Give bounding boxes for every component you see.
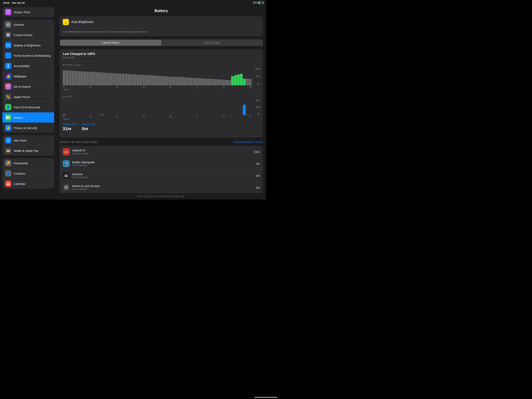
wallet-icon: 💳 [5, 148, 11, 154]
camera-subtext: 1m on screen [72, 176, 253, 179]
battery-bar-59 [237, 74, 240, 85]
battery-bar-6 [80, 71, 83, 85]
content-title: Battery [60, 9, 263, 13]
tab-last-10-days[interactable]: Last 10 Days [161, 40, 262, 45]
sidebar-item-face-id[interactable]: 👤 Face ID & Passcode [2, 102, 54, 112]
battery-bar-41 [184, 77, 187, 85]
battery-bar-55 [225, 80, 228, 85]
battery-bars-wrapper [63, 68, 252, 85]
screen-off-stat: Screen Off 0m [82, 123, 95, 131]
contacts-label: Contacts [14, 172, 25, 175]
screen-on-stat: Screen On 31m [63, 123, 76, 131]
sidebar[interactable]: ⏱ Screen Time ⚙️ General Control [0, 6, 57, 200]
battery-bar-33 [160, 76, 163, 85]
sidebar-item-passwords[interactable]: 🔑 Passwords [2, 158, 54, 168]
activity-bar-13 [101, 114, 104, 115]
battery-bar-57 [231, 76, 234, 85]
battery-bar-31 [154, 76, 157, 85]
battery-y-labels: 100% 50% 0% [253, 68, 260, 85]
auto-brightness-row[interactable]: 💡 Auto-Brightness › [60, 16, 263, 28]
auto-brightness-desc: Auto-Brightness is currently turned off.… [60, 28, 263, 36]
app-usage-item-home-lock[interactable]: Home & Lock Screen 1m on screen 1m [60, 182, 263, 193]
sidebar-group-main: ⚙️ General Control Center AA Display & B… [2, 19, 54, 133]
battery-bar-29 [148, 75, 151, 85]
app-usage-item-rodeo[interactable]: 🦓 Rodeo Stampede 7m on screen 7m [60, 158, 263, 170]
activity-bar-61 [243, 105, 246, 115]
svg-rect-17 [66, 187, 67, 188]
show-battery-usage-btn[interactable]: SHOW BATTERY USAGE [233, 141, 263, 144]
battery-icon [258, 1, 263, 4]
battery-bar-27 [143, 75, 145, 85]
battery-sidebar-icon [5, 114, 11, 121]
battery-bar-46 [199, 78, 201, 85]
battery-bar-14 [104, 73, 107, 85]
sidebar-item-battery[interactable]: Battery [2, 112, 54, 123]
battery-bar-51 [213, 79, 216, 85]
sidebar-group-top: ⏱ Screen Time [2, 7, 54, 17]
sidebar-item-wallpaper[interactable]: 🌟 Wallpaper [2, 71, 54, 81]
sidebar-item-accessibility[interactable]: Accessibility [2, 61, 54, 71]
screen-stats: Screen On 31m Screen Off 0m [63, 123, 260, 131]
battery-bar-37 [172, 77, 175, 85]
display-label: Display & Brightness [14, 44, 40, 47]
battery-bar-40 [181, 77, 184, 85]
tab-last-24-hours[interactable]: Last 24 Hours [60, 40, 161, 45]
battery-bar-53 [219, 79, 222, 85]
screen-on-label: Screen On [63, 123, 76, 126]
sidebar-item-screen-time[interactable]: ⏱ Screen Time [2, 7, 54, 17]
battery-bar-22 [128, 74, 130, 85]
divider-1 [63, 61, 260, 62]
battery-bar-60 [240, 74, 243, 85]
sidebar-item-display[interactable]: AA Display & Brightness [2, 40, 54, 51]
battery-bar-10 [92, 72, 95, 85]
accessibility-label: Accessibility [14, 64, 30, 68]
battery-bar-47 [202, 78, 204, 85]
battery-bar-58 [234, 75, 237, 85]
activity-bar-0 [63, 114, 65, 115]
sidebar-item-wallet[interactable]: 💳 Wallet & Apple Pay [2, 146, 54, 156]
battery-x-sublabel: Jan 24 [63, 89, 260, 91]
control-center-label: Control Center [14, 33, 33, 37]
app-usage-item-camera[interactable]: Camera 1m on screen 1m [60, 170, 263, 182]
app-usage-list: 🏎 Asphalt 8+ 22m on screen 22m 🦓 Rodeo S… [60, 146, 263, 193]
svg-rect-15 [66, 187, 67, 187]
sidebar-item-control-center[interactable]: Control Center [2, 30, 54, 40]
home-lock-info: Home & Lock Screen 1m on screen [72, 184, 253, 191]
sidebar-item-contacts[interactable]: 👤 Contacts [2, 168, 54, 179]
status-time: 18:32 Tue Jan 24 [3, 1, 25, 4]
activity-bars-wrapper [63, 99, 252, 115]
activity-bars-area [63, 99, 252, 115]
svg-rect-10 [10, 117, 10, 118]
status-right: 36% [253, 1, 263, 4]
sidebar-item-calendar[interactable]: 📅 Calendar [2, 179, 54, 189]
screen-time-label: Screen Time [14, 11, 30, 14]
sidebar-item-home-screen[interactable]: ⋮⋮ Home Screen & Multitasking [2, 51, 54, 61]
calendar-label: Calendar [14, 182, 25, 186]
calendar-icon: 📅 [5, 180, 11, 187]
sidebar-item-general[interactable]: ⚙️ General [2, 19, 54, 30]
accessibility-icon [5, 63, 11, 69]
privacy-label: Privacy & Security [14, 126, 37, 129]
app-usage-item-asphalt[interactable]: 🏎 Asphalt 8+ 22m on screen 22m [60, 146, 263, 158]
battery-bar-11 [95, 72, 98, 85]
sidebar-item-privacy[interactable]: 🤚 Privacy & Security [2, 123, 54, 133]
svg-rect-11 [6, 117, 9, 118]
battery-x-labels: 21 00 03 06 09 12 15 18 [63, 86, 260, 88]
sidebar-item-app-store[interactable]: A App Store [2, 135, 54, 146]
battery-bar-45 [196, 78, 198, 85]
battery-bar-49 [207, 79, 210, 85]
sidebar-group-store: A App Store 💳 Wallet & Apple Pay [2, 135, 54, 156]
siri-icon: 🎙 [5, 83, 11, 90]
sidebar-item-siri[interactable]: 🎙 Siri & Search [2, 81, 54, 92]
battery-fill [258, 2, 260, 4]
asphalt-subtext: 22m on screen [72, 152, 252, 155]
siri-label: Siri & Search [14, 85, 31, 88]
camera-time: 1m [256, 174, 260, 177]
battery-bar-34 [163, 76, 166, 85]
activity-x-sublabel: Jan 24 [63, 118, 260, 120]
activity-by-app-title: ACTIVITY BY APP (14:00–15:00) [60, 141, 97, 144]
auto-brightness-card: 💡 Auto-Brightness › Auto-Brightness is c… [60, 16, 263, 36]
activity-bar-62 [246, 115, 249, 115]
sidebar-item-apple-pencil[interactable]: ✏️ Apple Pencil [2, 92, 54, 102]
activity-x-labels: 21 00 03 06 09 12 15 18 [63, 116, 260, 118]
